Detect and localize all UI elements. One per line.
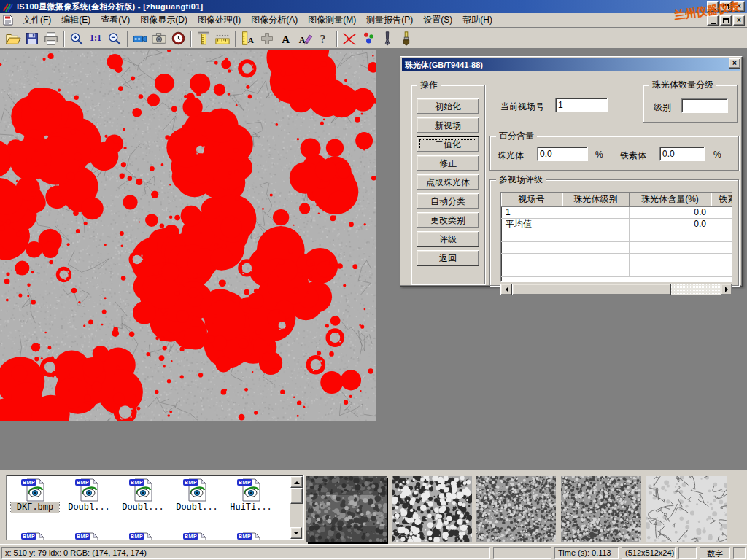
file-item[interactable]: BMP [11, 532, 59, 540]
curve-tool-button[interactable] [340, 29, 359, 47]
open-button[interactable] [4, 29, 23, 47]
grade-input[interactable] [681, 98, 728, 113]
grading-group: 珠光体数量分级 级别 [643, 85, 738, 122]
brush-tool-button[interactable] [397, 29, 416, 47]
toolbar-separator [336, 31, 337, 47]
thumbnail-4[interactable] [561, 476, 641, 542]
ferrite-percent-input[interactable] [659, 147, 705, 161]
close-button[interactable]: × [733, 1, 745, 12]
change-class-button[interactable]: 更改类别 [417, 212, 479, 228]
restore-button[interactable] [720, 1, 732, 12]
bmp-file-icon: BMP [23, 532, 47, 540]
scroll-up-button[interactable] [290, 476, 303, 488]
thumbnail-5[interactable] [646, 476, 727, 542]
bmp-file-icon: BMP [185, 478, 209, 502]
table-row[interactable]: 平均值 0.0 [501, 219, 732, 230]
mdi-close-button[interactable]: × [733, 15, 745, 26]
file-item[interactable]: BMP Doubl... [119, 478, 167, 513]
file-item[interactable]: BMP DKF.bmp [11, 478, 59, 513]
text-button[interactable]: A [276, 29, 295, 47]
menu-help[interactable]: 帮助(H) [457, 12, 498, 28]
col-pearlite-grade: 珠光体级别 [562, 192, 630, 207]
title-bar[interactable]: IS100显微摄像系统(金相分析版) - [zhuguangti01] [0, 0, 747, 13]
minimize-button[interactable] [707, 1, 719, 12]
caliper-measure-button[interactable] [194, 29, 213, 47]
menu-image-analysis[interactable]: 图像分析(A) [246, 12, 303, 28]
file-item[interactable]: BMP [227, 532, 275, 540]
menu-edit[interactable]: 编辑(E) [56, 12, 96, 28]
rating-table[interactable]: 视场号 珠光体级别 珠光体含量(%) 铁素体含量(%) 1 0.0 平均值 0.… [500, 192, 732, 282]
return-button[interactable]: 返回 [417, 250, 479, 266]
ruler-measure-button[interactable] [213, 29, 232, 47]
file-name[interactable]: Doubl... [173, 502, 221, 513]
ferrite-label: 铁素体 [620, 149, 646, 162]
scroll-left-button[interactable] [500, 284, 512, 295]
phase-particles-button[interactable] [359, 29, 378, 47]
mdi-minimize-button[interactable] [707, 15, 719, 26]
window-controls: × [707, 1, 745, 12]
annotate-button[interactable]: A [295, 29, 314, 47]
table-hscrollbar[interactable] [500, 284, 732, 295]
scroll-right-button[interactable] [721, 284, 732, 295]
table-row[interactable]: 1 0.0 [501, 207, 732, 219]
pen-tool-button[interactable] [378, 29, 397, 47]
scrollbar-thumb[interactable] [512, 284, 671, 295]
metallograph-image[interactable] [0, 50, 376, 421]
status-mode: 数字 [700, 547, 730, 559]
new-field-button[interactable]: 新视场 [417, 117, 479, 133]
correct-button[interactable]: 修正 [417, 155, 479, 171]
current-field-input[interactable] [555, 98, 608, 112]
initialize-button[interactable]: 初始化 [417, 98, 479, 114]
measure-label-button[interactable]: A [239, 29, 258, 47]
file-list-scrollbar[interactable] [290, 476, 303, 539]
menu-image-measure[interactable]: 图像测量(M) [303, 12, 361, 28]
file-item[interactable]: BMP [119, 532, 167, 540]
file-item[interactable]: BMP [65, 532, 113, 540]
menu-view[interactable]: 查看(V) [96, 12, 135, 28]
binarize-button[interactable]: 二值化 [417, 136, 479, 152]
dialog-close-button[interactable]: × [729, 58, 740, 69]
zoom-out-button[interactable] [105, 29, 124, 47]
auto-classify-button[interactable]: 自动分类 [417, 193, 479, 209]
file-item[interactable]: BMP Doubl... [173, 478, 221, 513]
letter-a-pencil-icon: A [298, 31, 313, 46]
status-cursor-info: x: 510 y: 79 idx: 0 RGB: (174, 174, 174) [1, 547, 490, 559]
timer-button[interactable] [169, 29, 187, 47]
save-button[interactable] [23, 29, 42, 47]
pearlite-percent-input[interactable] [537, 147, 588, 161]
print-button[interactable] [42, 29, 61, 47]
file-item[interactable]: BMP Doubl... [65, 478, 113, 513]
thumbnail-2[interactable] [392, 476, 472, 542]
menu-image-processing[interactable]: 图像处理(I) [193, 12, 246, 28]
zoom-in-button[interactable] [67, 29, 86, 47]
file-name[interactable]: HuiTi... [227, 502, 275, 513]
clock-icon [171, 31, 186, 46]
actual-size-button[interactable]: 1:1 [86, 29, 105, 47]
file-item[interactable]: BMP [173, 532, 221, 540]
scrollbar-thumb[interactable] [290, 488, 303, 504]
video-capture-button[interactable] [131, 29, 150, 47]
menu-image-display[interactable]: 图像显示(D) [135, 12, 193, 28]
file-name[interactable]: Doubl... [65, 502, 113, 513]
menu-measure-report[interactable]: 测量报告(P) [361, 12, 418, 28]
pick-pearlite-button[interactable]: 点取珠光体 [417, 174, 479, 190]
file-list[interactable]: BMP DKF.bmp BMP Doubl... BMP Doubl... BM… [6, 475, 304, 540]
file-item[interactable]: BMP HuiTi... [227, 478, 275, 513]
grade-button[interactable]: 评级 [417, 231, 479, 247]
snapshot-button[interactable] [150, 29, 169, 47]
help-button[interactable]: ? [314, 29, 333, 47]
thumbnail-3[interactable] [476, 476, 556, 542]
col-pearlite-content: 珠光体含量(%) [630, 192, 711, 207]
thumbnail-1[interactable] [306, 476, 387, 542]
menu-file[interactable]: 文件(F) [18, 12, 56, 28]
merge-button[interactable] [258, 29, 276, 47]
bmp-file-icon: BMP [239, 478, 263, 502]
scrollbar-track[interactable] [671, 284, 721, 295]
menu-settings[interactable]: 设置(S) [418, 12, 457, 28]
mdi-restore-button[interactable] [720, 15, 732, 26]
file-name[interactable]: Doubl... [119, 502, 167, 513]
toolbar-separator [190, 31, 191, 47]
dialog-title-bar[interactable]: 珠光体(GB/T9441-88) [402, 58, 740, 71]
file-name[interactable]: DKF.bmp [11, 502, 59, 513]
scroll-down-button[interactable] [290, 527, 302, 539]
